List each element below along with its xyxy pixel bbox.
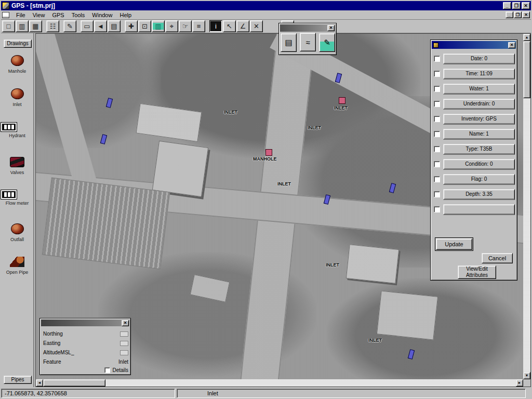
palette-close-icon[interactable]: ✕ [327, 25, 335, 31]
attribute-field-depth[interactable]: Depth: 3.35 [443, 189, 515, 200]
attribute-field-flag[interactable]: Flag: 0 [443, 174, 515, 185]
map-feature-label: INLET [334, 105, 348, 111]
keypad-icon: ▤ [111, 22, 117, 30]
plot-button[interactable]: ✎ [63, 20, 76, 32]
menu-help[interactable]: Help [116, 11, 135, 19]
horizontal-scrollbar[interactable]: ◄ ► [36, 379, 523, 387]
horizontal-scroll-track[interactable] [105, 379, 516, 387]
cancel-button[interactable]: Cancel [482, 253, 513, 263]
sidebar-item-manhole[interactable]: Manhole [1, 55, 33, 74]
sketch-button[interactable]: ≈ [300, 33, 316, 51]
scroll-right-icon[interactable]: ► [516, 379, 523, 387]
measure-button[interactable]: ∠ [236, 20, 249, 32]
menu-window-label: Window [92, 12, 112, 18]
attribute-checkbox[interactable] [434, 101, 440, 107]
details-checkbox[interactable] [104, 367, 110, 373]
find-button[interactable]: ⌖ [165, 20, 178, 32]
child-minimize-button[interactable]: _ [506, 11, 513, 18]
scroll-left-icon[interactable]: ◄ [36, 379, 43, 387]
new-button[interactable]: □ [2, 20, 15, 32]
feature-list-button[interactable]: ≡ [192, 20, 205, 32]
zoom-window-button[interactable]: ⊡ [138, 20, 151, 32]
attribute-checkbox[interactable] [434, 146, 440, 152]
scroll-down-icon[interactable]: ▼ [523, 372, 530, 379]
dialog-title-bar[interactable]: ✕ [432, 41, 516, 49]
vertical-scroll-thumb[interactable] [523, 41, 530, 98]
print-button[interactable]: ☷ [46, 20, 59, 32]
sidebar-item-valves[interactable]: Valves [1, 157, 33, 175]
easting-label: Easting [43, 340, 60, 346]
minimize-button[interactable]: _ [503, 2, 511, 9]
delete-button[interactable]: ✕ [250, 20, 263, 32]
drawings-tab[interactable]: Drawings [4, 39, 32, 48]
manhole-marker-selected[interactable] [265, 149, 272, 156]
attribute-row: Depth: 3.35 [434, 188, 515, 201]
manhole-icon [11, 55, 24, 66]
menu-window[interactable]: Window [88, 11, 116, 19]
position-panel-close-icon[interactable]: ✕ [122, 320, 129, 326]
sidebar-item-label: Manhole [1, 69, 33, 74]
view-edit-attributes-button[interactable]: View/Edit Attributes [458, 265, 496, 279]
previous-view-button[interactable]: ◄ [94, 20, 107, 32]
new-icon: □ [7, 22, 11, 30]
attribute-checkbox[interactable] [434, 191, 440, 197]
attribute-field-inventory[interactable]: Inventory: GPS [443, 114, 515, 125]
attribute-checkbox[interactable] [434, 131, 440, 137]
select-feature-button[interactable]: ☞ [179, 20, 192, 32]
inlet-marker-selected[interactable] [339, 97, 345, 104]
pan-button[interactable]: ✚ [125, 20, 138, 32]
info-button[interactable]: i [209, 20, 222, 32]
menu-file[interactable]: File [12, 11, 29, 19]
sidebar-item-inlet[interactable]: Inlet [1, 88, 33, 107]
keypad-button[interactable]: ▤ [108, 20, 121, 32]
horizontal-scroll-thumb[interactable] [43, 379, 105, 387]
child-close-button[interactable]: ✕ [522, 11, 530, 18]
scroll-up-icon[interactable]: ▲ [523, 34, 530, 41]
sidebar-item-open-pipe[interactable]: Open Pipe [1, 257, 33, 275]
receiver-button[interactable]: ▤ [281, 33, 297, 52]
pipes-tab[interactable]: Pipes [4, 376, 32, 384]
attribute-field-condition[interactable]: Condition: 0 [443, 159, 515, 170]
attribute-field-time[interactable]: Time: 11:09 [443, 69, 515, 79]
update-button[interactable]: Update [436, 238, 472, 250]
plot-icon: ✎ [67, 22, 73, 30]
attribute-checkbox[interactable] [434, 71, 440, 77]
attribute-field-water[interactable]: Water: 1 [443, 84, 515, 95]
palette-title-bar[interactable]: ✕ [280, 24, 335, 32]
pointer-button[interactable]: ↖ [223, 20, 236, 32]
attribute-checkbox[interactable] [434, 206, 440, 212]
open-button[interactable]: ▥ [16, 20, 29, 32]
vertical-scrollbar[interactable]: ▲ ▼ [523, 34, 530, 379]
attribute-checkbox[interactable] [434, 161, 440, 167]
attribute-checkbox[interactable] [434, 56, 440, 62]
attribute-row: Date: 0 [434, 52, 515, 65]
attribute-field-name[interactable]: Name: 1 [443, 129, 515, 140]
attribute-field-type[interactable]: Type: T35B [443, 144, 515, 155]
menu-gps[interactable]: GPS [48, 11, 68, 19]
open-icon: ▥ [19, 22, 25, 30]
map-feature-label: INLET [368, 338, 382, 343]
sidebar-item-flow-meter[interactable]: Flow meter [1, 190, 33, 206]
layers-button[interactable]: ▥ [152, 20, 165, 32]
attribute-checkbox[interactable] [434, 176, 440, 182]
child-restore-button[interactable]: ❐ [514, 11, 522, 18]
attribute-checkbox[interactable] [434, 86, 440, 92]
attribute-checkbox[interactable] [434, 116, 440, 122]
dialog-close-icon[interactable]: ✕ [508, 42, 515, 48]
sidebar-item-hydrant[interactable]: Hydrant [1, 123, 33, 138]
display-button[interactable]: ▭ [81, 20, 94, 32]
sidebar-item-outfall[interactable]: Outfall [1, 223, 33, 242]
document-icon[interactable] [2, 12, 9, 18]
feature-value: Inlet [118, 359, 128, 365]
position-panel-title-bar[interactable]: ✕ [41, 320, 129, 326]
close-button[interactable]: ✕ [522, 2, 530, 9]
menu-tools[interactable]: Tools [68, 11, 89, 19]
save-button[interactable]: ▦ [29, 20, 42, 32]
pen-button[interactable]: ✎ [319, 33, 335, 52]
restore-button[interactable]: ❐ [512, 2, 521, 9]
vertical-scroll-track[interactable] [523, 98, 530, 372]
attribute-field-date[interactable]: Date: 0 [443, 54, 515, 64]
menu-view[interactable]: View [29, 11, 49, 19]
attribute-row: Water: 1 [434, 83, 515, 95]
attribute-field-underdrain[interactable]: Underdrain: 0 [443, 99, 515, 110]
